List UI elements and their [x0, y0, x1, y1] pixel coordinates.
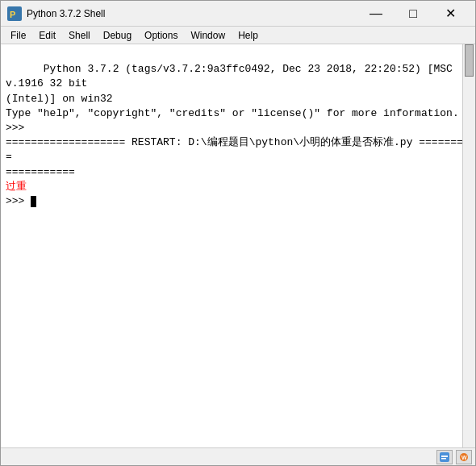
close-button[interactable]: ✕	[432, 1, 469, 27]
scrollbar-thumb[interactable]	[465, 44, 474, 77]
version-line2: (Intel)] on win32	[6, 93, 113, 105]
output-result: 过重	[6, 181, 27, 193]
menu-help[interactable]: Help	[232, 28, 265, 43]
menu-edit[interactable]: Edit	[32, 28, 62, 43]
scrollbar-track[interactable]	[462, 44, 475, 447]
svg-rect-3	[441, 456, 448, 457]
menu-options[interactable]: Options	[138, 28, 184, 43]
status-bar: W	[1, 447, 475, 465]
window-title: Python 3.7.2 Shell	[27, 8, 357, 19]
restart-line: =================== RESTART: D:\编程题目\pyt…	[6, 136, 470, 163]
status-icon-1	[436, 450, 453, 464]
svg-text:P: P	[10, 10, 15, 19]
version-line3: Type "help", "copyright", "credits" or "…	[6, 107, 459, 119]
shell-output: Python 3.7.2 (tags/v3.7.2:9a3ffc0492, De…	[6, 48, 470, 223]
menu-window[interactable]: Window	[184, 28, 232, 43]
prompt-line: >>>	[6, 195, 31, 207]
python-icon: P	[7, 6, 22, 21]
shell-content[interactable]: Python 3.7.2 (tags/v3.7.2:9a3ffc0492, De…	[1, 44, 475, 447]
cursor	[31, 196, 36, 207]
first-prompt: >>>	[6, 122, 31, 134]
menu-bar: File Edit Shell Debug Options Window Hel…	[1, 27, 475, 44]
window-controls: — □ ✕	[357, 1, 469, 27]
menu-shell[interactable]: Shell	[62, 28, 97, 43]
status-icons: W	[436, 450, 472, 464]
main-window: P Python 3.7.2 Shell — □ ✕ File Edit She…	[0, 0, 476, 466]
svg-rect-4	[441, 458, 446, 460]
title-bar: P Python 3.7.2 Shell — □ ✕	[1, 1, 475, 27]
menu-debug[interactable]: Debug	[97, 28, 138, 43]
maximize-button[interactable]: □	[395, 1, 432, 27]
separator-line: ===========	[6, 166, 75, 178]
minimize-button[interactable]: —	[357, 1, 395, 27]
svg-text:W: W	[461, 455, 467, 460]
status-icon-2: W	[456, 450, 472, 464]
menu-file[interactable]: File	[4, 28, 32, 43]
version-line1: Python 3.7.2 (tags/v3.7.2:9a3ffc0492, De…	[6, 63, 459, 89]
